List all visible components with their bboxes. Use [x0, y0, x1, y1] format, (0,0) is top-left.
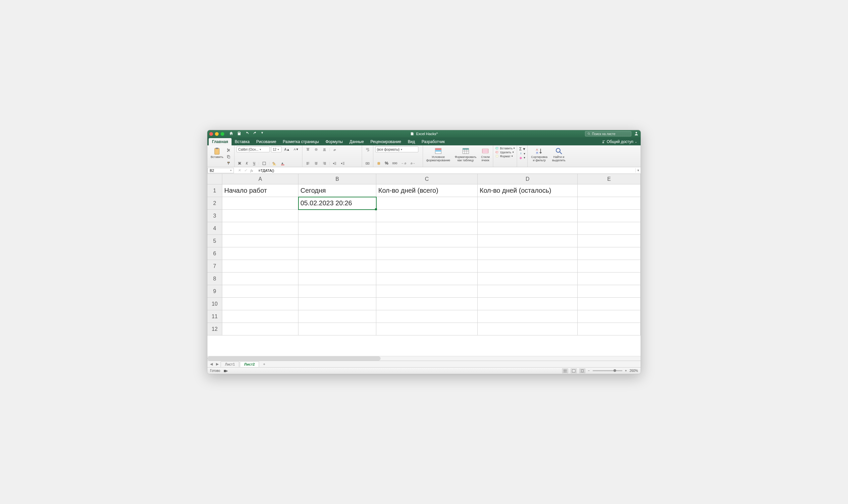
tab-home[interactable]: Главная: [209, 138, 232, 145]
tab-pagelayout[interactable]: Разметка страницы: [280, 138, 322, 145]
increase-decimal-icon[interactable]: ←.0: [400, 160, 407, 166]
currency-icon[interactable]: [375, 160, 382, 166]
account-icon[interactable]: [634, 131, 639, 137]
column-header[interactable]: A: [222, 174, 298, 184]
sort-filter-button[interactable]: АЯ Сортировка и фильтр: [530, 146, 549, 163]
cell-A4[interactable]: [222, 222, 298, 235]
font-color-icon[interactable]: А: [279, 160, 286, 166]
cell-C8[interactable]: [376, 272, 478, 285]
cell-B4[interactable]: [298, 222, 376, 235]
cell-D3[interactable]: [478, 210, 578, 222]
cell-B7[interactable]: [298, 260, 376, 272]
clear-button[interactable]: ▾: [519, 156, 525, 159]
format-as-table-button[interactable]: Форматировать как таблицу: [454, 146, 478, 163]
cell-B8[interactable]: [298, 272, 376, 285]
cell-A12[interactable]: [222, 323, 298, 336]
cell-B3[interactable]: [298, 210, 376, 222]
cell-E8[interactable]: [578, 272, 641, 285]
close-button[interactable]: [209, 132, 213, 136]
maximize-button[interactable]: [220, 132, 224, 136]
cell-A5[interactable]: [222, 235, 298, 247]
row-header[interactable]: 8: [207, 272, 222, 285]
cell-C9[interactable]: [376, 285, 478, 298]
name-box[interactable]: B2: [207, 168, 234, 173]
sheet-tab-1[interactable]: Лист1: [220, 361, 239, 367]
tab-view[interactable]: Вид: [404, 138, 418, 145]
tab-data[interactable]: Данные: [346, 138, 367, 145]
cell-E7[interactable]: [578, 260, 641, 272]
cell-B5[interactable]: [298, 235, 376, 247]
share-button[interactable]: Общий доступ ⌄: [598, 138, 641, 145]
cell-E12[interactable]: [578, 323, 641, 336]
search-box[interactable]: Поиск на листе: [585, 131, 631, 137]
save-icon[interactable]: [237, 131, 242, 137]
cell-D6[interactable]: [478, 247, 578, 260]
cell-E10[interactable]: [578, 298, 641, 310]
column-header[interactable]: D: [478, 174, 578, 184]
format-cells-button[interactable]: Формат▾: [495, 154, 515, 158]
column-header[interactable]: E: [578, 174, 641, 184]
find-select-button[interactable]: Найти и выделить: [551, 146, 567, 163]
row-header[interactable]: 4: [207, 222, 222, 235]
home-icon[interactable]: [229, 131, 233, 137]
tab-draw[interactable]: Рисование: [253, 138, 279, 145]
accept-formula-icon[interactable]: ✓: [244, 168, 247, 173]
horizontal-scrollbar[interactable]: [207, 356, 641, 361]
align-right-icon[interactable]: [321, 160, 328, 166]
cell-A9[interactable]: [222, 285, 298, 298]
bold-button[interactable]: Ж: [236, 160, 243, 166]
row-header[interactable]: 6: [207, 247, 222, 260]
decrease-decimal-icon[interactable]: .0→: [409, 160, 417, 166]
align-bottom-icon[interactable]: [321, 146, 328, 152]
fx-icon[interactable]: fx: [250, 168, 253, 173]
cell-A6[interactable]: [222, 247, 298, 260]
cell-B11[interactable]: [298, 310, 376, 323]
cell-E3[interactable]: [578, 210, 641, 222]
merge-cells-icon[interactable]: [364, 160, 371, 166]
zoom-slider[interactable]: [593, 370, 622, 371]
cell-C6[interactable]: [376, 247, 478, 260]
cell-E1[interactable]: [578, 184, 641, 197]
redo-icon[interactable]: [253, 131, 258, 137]
align-middle-icon[interactable]: [313, 146, 320, 152]
decrease-indent-icon[interactable]: [331, 160, 338, 166]
cell-B10[interactable]: [298, 298, 376, 310]
autosum-button[interactable]: Σ ▾: [519, 146, 525, 151]
tab-developer[interactable]: Разработчик: [418, 138, 448, 145]
border-icon[interactable]: [261, 160, 268, 166]
cell-D11[interactable]: [478, 310, 578, 323]
cell-D1[interactable]: Кол-во дней (осталось): [478, 184, 578, 197]
delete-cells-button[interactable]: Удалить▾: [495, 150, 515, 154]
cell-B2[interactable]: 05.02.2023 20:26: [298, 197, 376, 210]
cell-C12[interactable]: [376, 323, 478, 336]
number-format-select[interactable]: (все форматы): [375, 146, 418, 152]
tab-formulas[interactable]: Формулы: [322, 138, 346, 145]
cell-B12[interactable]: [298, 323, 376, 336]
insert-cells-button[interactable]: Вставить▾: [495, 146, 515, 150]
sheet-tab-2[interactable]: Лист2: [240, 361, 259, 367]
cell-B6[interactable]: [298, 247, 376, 260]
row-header[interactable]: 9: [207, 285, 222, 298]
cell-A3[interactable]: [222, 210, 298, 222]
cell-C4[interactable]: [376, 222, 478, 235]
copy-icon[interactable]: [225, 154, 232, 160]
undo-icon[interactable]: [245, 131, 249, 137]
row-header[interactable]: 1: [207, 184, 222, 197]
row-header[interactable]: 5: [207, 235, 222, 247]
cell-D12[interactable]: [478, 323, 578, 336]
zoom-out-button[interactable]: −: [588, 369, 590, 373]
row-header[interactable]: 12: [207, 323, 222, 336]
orientation-icon[interactable]: ab: [331, 146, 338, 152]
cell-A7[interactable]: [222, 260, 298, 272]
cell-C7[interactable]: [376, 260, 478, 272]
cell-E11[interactable]: [578, 310, 641, 323]
percent-icon[interactable]: %: [384, 160, 390, 166]
row-header[interactable]: 10: [207, 298, 222, 310]
cell-E5[interactable]: [578, 235, 641, 247]
cell-D9[interactable]: [478, 285, 578, 298]
cell-C10[interactable]: [376, 298, 478, 310]
cell-B1[interactable]: Сегодня: [298, 184, 376, 197]
expand-formula-bar-icon[interactable]: ▾: [635, 168, 641, 173]
row-header[interactable]: 11: [207, 310, 222, 323]
formula-input[interactable]: =ТДАТА(): [257, 168, 635, 173]
